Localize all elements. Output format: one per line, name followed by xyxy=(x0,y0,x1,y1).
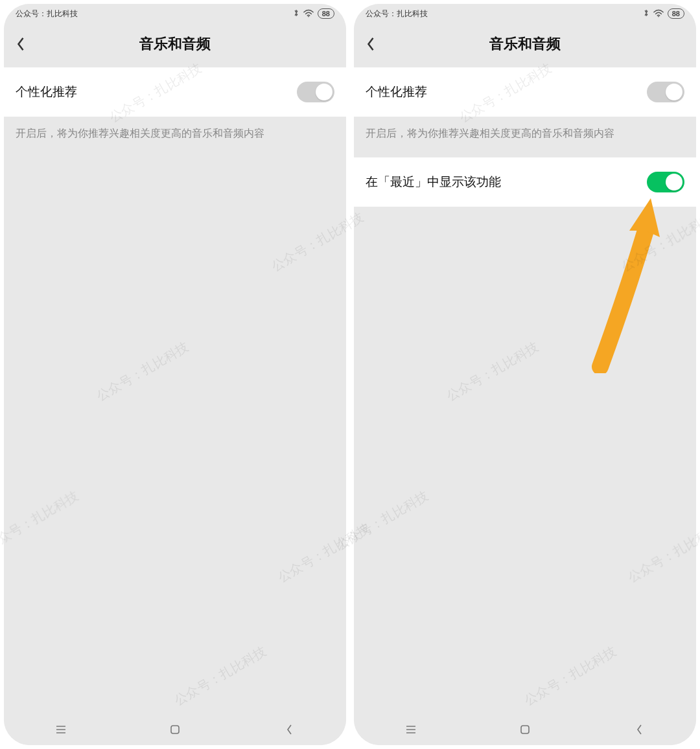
status-bar: 公众号：扎比科技 88 xyxy=(4,4,346,21)
system-nav-bar xyxy=(4,714,346,745)
toggle-knob xyxy=(666,174,682,190)
toggle-personalization[interactable] xyxy=(647,82,684,102)
svg-rect-3 xyxy=(521,726,529,733)
back-button[interactable] xyxy=(354,21,388,67)
page-title: 音乐和音频 xyxy=(354,34,696,54)
bluetooth-icon xyxy=(643,8,649,19)
battery-level: 88 xyxy=(318,8,334,19)
svg-point-0 xyxy=(308,16,309,17)
settings-body: 个性化推荐 开启后，将为你推荐兴趣相关度更高的音乐和音频内容 在「最近」中显示该… xyxy=(354,67,696,714)
status-source-label: 公众号：扎比科技 xyxy=(16,8,78,19)
system-nav-bar xyxy=(354,714,696,745)
toggle-show-in-recent[interactable] xyxy=(647,172,684,192)
setting-personalization[interactable]: 个性化推荐 xyxy=(4,67,346,117)
toggle-personalization[interactable] xyxy=(297,82,334,102)
wifi-icon xyxy=(653,8,664,19)
setting-label: 个性化推荐 xyxy=(366,84,427,100)
toggle-knob xyxy=(666,84,682,100)
back-button[interactable] xyxy=(4,21,38,67)
nav-header: 音乐和音频 xyxy=(354,21,696,67)
battery-level: 88 xyxy=(668,8,684,19)
nav-header: 音乐和音频 xyxy=(4,21,346,67)
setting-personalization[interactable]: 个性化推荐 xyxy=(354,67,696,117)
home-button[interactable] xyxy=(506,723,544,736)
setting-label: 个性化推荐 xyxy=(16,84,77,100)
home-button[interactable] xyxy=(156,723,194,736)
phone-screen-right: 公众号：扎比科技 88 音乐和音频 个性化推荐 开启后，将为你推荐兴趣相关度更高… xyxy=(354,4,696,745)
setting-description: 开启后，将为你推荐兴趣相关度更高的音乐和音频内容 xyxy=(354,117,696,154)
recents-button[interactable] xyxy=(391,723,430,736)
setting-show-in-recent[interactable]: 在「最近」中显示该功能 xyxy=(354,157,696,207)
recents-button[interactable] xyxy=(41,723,80,736)
svg-rect-1 xyxy=(171,726,179,733)
phone-screen-left: 公众号：扎比科技 88 音乐和音频 个性化推荐 开启后，将为你推荐兴趣相关度更高… xyxy=(4,4,346,745)
status-bar: 公众号：扎比科技 88 xyxy=(354,4,696,21)
bluetooth-icon xyxy=(293,8,299,19)
back-nav-button[interactable] xyxy=(620,723,659,736)
toggle-knob xyxy=(316,84,332,100)
settings-body: 个性化推荐 开启后，将为你推荐兴趣相关度更高的音乐和音频内容 xyxy=(4,67,346,714)
setting-description: 开启后，将为你推荐兴趣相关度更高的音乐和音频内容 xyxy=(4,117,346,154)
page-title: 音乐和音频 xyxy=(4,34,346,54)
setting-label: 在「最近」中显示该功能 xyxy=(366,174,501,190)
status-source-label: 公众号：扎比科技 xyxy=(366,8,428,19)
back-nav-button[interactable] xyxy=(270,723,309,736)
wifi-icon xyxy=(303,8,314,19)
svg-point-2 xyxy=(658,16,659,17)
